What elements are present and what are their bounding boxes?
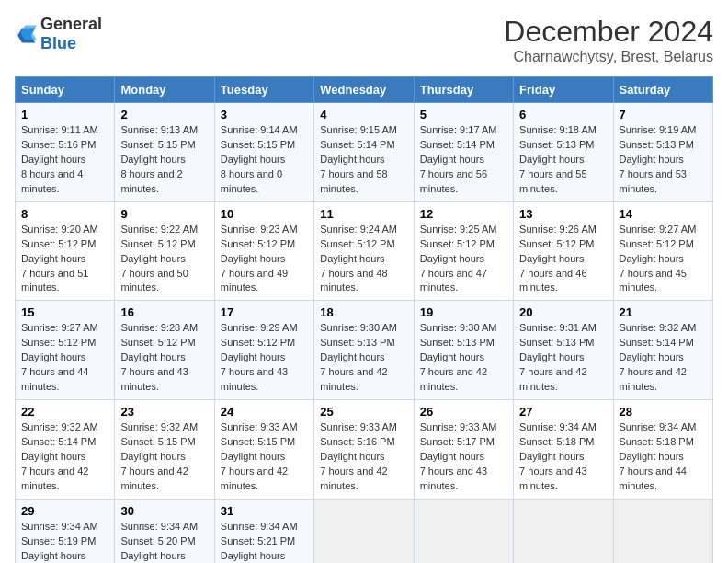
calendar-cell: 6 Sunrise: 9:18 AM Sunset: 5:13 PM Dayli… xyxy=(514,103,613,202)
calendar-cell: 16 Sunrise: 9:28 AM Sunset: 5:12 PM Dayl… xyxy=(115,301,214,400)
day-number: 9 xyxy=(120,207,208,221)
logo-icon xyxy=(15,25,37,43)
day-number: 2 xyxy=(120,108,208,121)
day-number: 5 xyxy=(420,108,507,121)
day-info: Sunrise: 9:17 AM Sunset: 5:14 PM Dayligh… xyxy=(420,123,507,197)
day-info: Sunrise: 9:29 AM Sunset: 5:12 PM Dayligh… xyxy=(221,321,308,395)
day-info: Sunrise: 9:34 AM Sunset: 5:20 PM Dayligh… xyxy=(120,520,208,563)
calendar-cell: 4 Sunrise: 9:15 AM Sunset: 5:14 PM Dayli… xyxy=(314,103,414,202)
day-info: Sunrise: 9:28 AM Sunset: 5:12 PM Dayligh… xyxy=(120,321,208,395)
calendar-cell: 13 Sunrise: 9:26 AM Sunset: 5:12 PM Dayl… xyxy=(514,201,613,301)
calendar-cell xyxy=(414,499,513,563)
day-info: Sunrise: 9:26 AM Sunset: 5:12 PM Dayligh… xyxy=(519,223,607,296)
day-number: 7 xyxy=(620,108,707,121)
header-row: Sunday Monday Tuesday Wednesday Thursday… xyxy=(16,77,713,103)
day-info: Sunrise: 9:32 AM Sunset: 5:14 PM Dayligh… xyxy=(620,321,707,395)
day-info: Sunrise: 9:32 AM Sunset: 5:14 PM Dayligh… xyxy=(21,420,108,494)
col-tuesday: Tuesday xyxy=(214,77,313,103)
col-saturday: Saturday xyxy=(613,77,712,103)
col-sunday: Sunday xyxy=(16,77,115,103)
day-info: Sunrise: 9:32 AM Sunset: 5:15 PM Dayligh… xyxy=(120,420,208,494)
calendar-cell: 2 Sunrise: 9:13 AM Sunset: 5:15 PM Dayli… xyxy=(115,103,214,202)
calendar-table: Sunday Monday Tuesday Wednesday Thursday… xyxy=(15,76,713,563)
day-number: 1 xyxy=(21,108,108,121)
calendar-cell: 17 Sunrise: 9:29 AM Sunset: 5:12 PM Dayl… xyxy=(214,301,313,400)
day-info: Sunrise: 9:13 AM Sunset: 5:15 PM Dayligh… xyxy=(120,123,208,197)
calendar-cell: 18 Sunrise: 9:30 AM Sunset: 5:13 PM Dayl… xyxy=(314,301,414,400)
calendar-cell: 29 Sunrise: 9:34 AM Sunset: 5:19 PM Dayl… xyxy=(16,499,115,563)
day-number: 31 xyxy=(221,504,308,518)
day-number: 11 xyxy=(320,207,407,221)
calendar-week-1: 1 Sunrise: 9:11 AM Sunset: 5:16 PM Dayli… xyxy=(16,103,713,202)
calendar-cell: 22 Sunrise: 9:32 AM Sunset: 5:14 PM Dayl… xyxy=(16,400,115,500)
calendar-cell: 11 Sunrise: 9:24 AM Sunset: 5:12 PM Dayl… xyxy=(314,201,414,301)
day-number: 3 xyxy=(221,108,308,121)
day-number: 22 xyxy=(21,405,108,419)
calendar-cell: 12 Sunrise: 9:25 AM Sunset: 5:12 PM Dayl… xyxy=(414,201,513,301)
day-number: 6 xyxy=(519,108,607,121)
day-number: 29 xyxy=(21,504,108,518)
day-number: 19 xyxy=(420,305,507,319)
day-info: Sunrise: 9:24 AM Sunset: 5:12 PM Dayligh… xyxy=(320,223,407,296)
day-number: 16 xyxy=(120,305,208,319)
logo-general: General xyxy=(40,15,102,33)
calendar-cell: 8 Sunrise: 9:20 AM Sunset: 5:12 PM Dayli… xyxy=(16,201,115,301)
day-info: Sunrise: 9:15 AM Sunset: 5:14 PM Dayligh… xyxy=(320,123,407,197)
calendar-cell: 21 Sunrise: 9:32 AM Sunset: 5:14 PM Dayl… xyxy=(613,301,712,400)
calendar-cell: 5 Sunrise: 9:17 AM Sunset: 5:14 PM Dayli… xyxy=(414,103,513,202)
day-number: 24 xyxy=(221,405,308,419)
calendar-cell: 24 Sunrise: 9:33 AM Sunset: 5:15 PM Dayl… xyxy=(214,400,313,500)
page-subtitle: Charnawchytsy, Brest, Belarus xyxy=(504,49,713,65)
calendar-cell: 19 Sunrise: 9:30 AM Sunset: 5:13 PM Dayl… xyxy=(414,301,513,400)
day-number: 20 xyxy=(519,305,607,319)
calendar-cell: 31 Sunrise: 9:34 AM Sunset: 5:21 PM Dayl… xyxy=(214,499,313,563)
day-number: 30 xyxy=(120,504,208,518)
day-number: 10 xyxy=(221,207,308,221)
calendar-cell: 7 Sunrise: 9:19 AM Sunset: 5:13 PM Dayli… xyxy=(613,103,712,202)
day-info: Sunrise: 9:20 AM Sunset: 5:12 PM Dayligh… xyxy=(21,223,108,296)
day-info: Sunrise: 9:23 AM Sunset: 5:12 PM Dayligh… xyxy=(221,223,308,296)
day-number: 23 xyxy=(120,405,208,419)
col-thursday: Thursday xyxy=(414,77,513,103)
calendar-cell: 25 Sunrise: 9:33 AM Sunset: 5:16 PM Dayl… xyxy=(314,400,414,500)
day-info: Sunrise: 9:27 AM Sunset: 5:12 PM Dayligh… xyxy=(620,223,707,296)
day-number: 25 xyxy=(320,405,407,419)
calendar-week-2: 8 Sunrise: 9:20 AM Sunset: 5:12 PM Dayli… xyxy=(16,201,713,301)
day-number: 14 xyxy=(620,207,707,221)
day-number: 17 xyxy=(221,305,308,319)
page-title: December 2024 xyxy=(504,15,713,49)
calendar-cell: 27 Sunrise: 9:34 AM Sunset: 5:18 PM Dayl… xyxy=(514,400,613,500)
col-wednesday: Wednesday xyxy=(314,77,414,103)
calendar-cell xyxy=(613,499,712,563)
logo-blue: Blue xyxy=(40,34,76,52)
logo: General Blue xyxy=(15,15,102,53)
day-info: Sunrise: 9:31 AM Sunset: 5:13 PM Dayligh… xyxy=(519,321,607,395)
day-number: 8 xyxy=(21,207,108,221)
calendar-cell: 14 Sunrise: 9:27 AM Sunset: 5:12 PM Dayl… xyxy=(613,201,712,301)
calendar-week-3: 15 Sunrise: 9:27 AM Sunset: 5:12 PM Dayl… xyxy=(16,301,713,400)
day-number: 13 xyxy=(519,207,607,221)
calendar-cell: 26 Sunrise: 9:33 AM Sunset: 5:17 PM Dayl… xyxy=(414,400,513,500)
day-number: 21 xyxy=(620,305,707,319)
calendar-cell xyxy=(314,499,414,563)
calendar-cell: 9 Sunrise: 9:22 AM Sunset: 5:12 PM Dayli… xyxy=(115,201,214,301)
day-info: Sunrise: 9:34 AM Sunset: 5:18 PM Dayligh… xyxy=(620,420,707,494)
day-number: 18 xyxy=(320,305,407,319)
calendar-cell: 20 Sunrise: 9:31 AM Sunset: 5:13 PM Dayl… xyxy=(514,301,613,400)
day-info: Sunrise: 9:22 AM Sunset: 5:12 PM Dayligh… xyxy=(120,223,208,296)
day-info: Sunrise: 9:18 AM Sunset: 5:13 PM Dayligh… xyxy=(519,123,607,197)
col-friday: Friday xyxy=(514,77,613,103)
calendar-cell: 1 Sunrise: 9:11 AM Sunset: 5:16 PM Dayli… xyxy=(16,103,115,202)
calendar-cell: 23 Sunrise: 9:32 AM Sunset: 5:15 PM Dayl… xyxy=(115,400,214,500)
day-info: Sunrise: 9:30 AM Sunset: 5:13 PM Dayligh… xyxy=(420,321,507,395)
col-monday: Monday xyxy=(115,77,214,103)
day-info: Sunrise: 9:34 AM Sunset: 5:19 PM Dayligh… xyxy=(21,520,108,563)
day-info: Sunrise: 9:34 AM Sunset: 5:18 PM Dayligh… xyxy=(519,420,607,494)
calendar-cell: 10 Sunrise: 9:23 AM Sunset: 5:12 PM Dayl… xyxy=(214,201,313,301)
day-number: 27 xyxy=(519,405,607,419)
day-number: 26 xyxy=(420,405,507,419)
day-number: 15 xyxy=(21,305,108,319)
day-info: Sunrise: 9:33 AM Sunset: 5:16 PM Dayligh… xyxy=(320,420,407,494)
day-number: 12 xyxy=(420,207,507,221)
calendar-cell: 15 Sunrise: 9:27 AM Sunset: 5:12 PM Dayl… xyxy=(16,301,115,400)
